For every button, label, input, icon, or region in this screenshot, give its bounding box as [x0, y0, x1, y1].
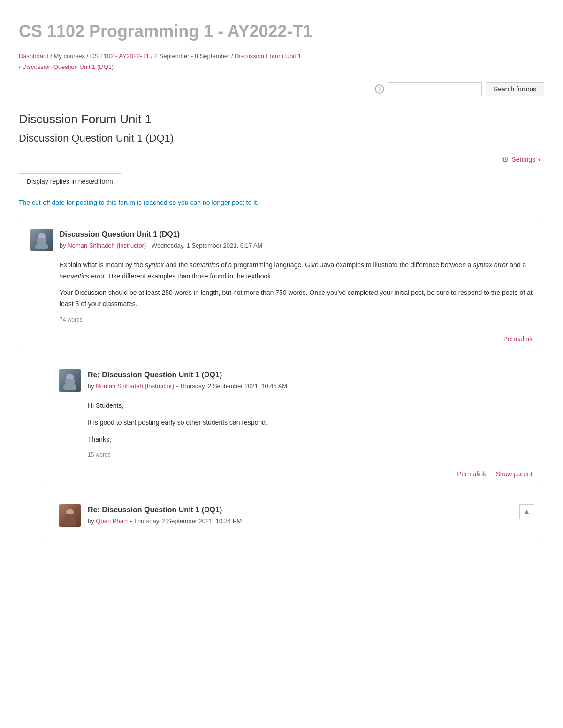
search-input[interactable] [388, 82, 482, 96]
breadcrumb-course[interactable]: CS 1102 - AY2022-T1 [90, 53, 149, 60]
content-para-1: Hi Students, [88, 400, 533, 412]
post-actions: Permalink [30, 330, 533, 344]
permalink-link[interactable]: Permalink [503, 334, 533, 344]
settings-label: Settings [511, 156, 535, 163]
post-byline: by Quan Pham - Thursday, 2 September 202… [88, 517, 533, 526]
search-bar-row: ? Search forums [19, 82, 544, 96]
breadcrumb-separator: / My courses / [50, 53, 90, 60]
search-help-icon[interactable]: ? [375, 84, 384, 94]
post-header: Discussion Question Unit 1 (DQ1) by Noma… [30, 229, 533, 251]
post-meta: Discussion Question Unit 1 (DQ1) by Noma… [60, 229, 533, 250]
svg-rect-2 [37, 238, 46, 244]
author-link[interactable]: Noman Shihadeh (Instructor) [96, 383, 174, 390]
post-header: Re: Discussion Question Unit 1 (DQ1) by … [59, 369, 533, 392]
avatar [30, 229, 53, 251]
display-replies-button[interactable]: Display replies in nested form [19, 173, 121, 189]
post-content: Hi Students, It is good to start posting… [59, 400, 533, 445]
settings-button[interactable]: ⚙ Settings ▾ [498, 153, 544, 166]
breadcrumb: Dashboard / My courses / CS 1102 - AY202… [19, 51, 544, 73]
post-byline: by Noman Shihadeh (Instructor) - Wednesd… [60, 241, 533, 250]
scroll-top-button[interactable]: ▲ [519, 504, 534, 519]
svg-rect-8 [65, 514, 75, 519]
avatar [59, 504, 81, 527]
author-link[interactable]: Noman Shihadeh (Instructor) [68, 242, 146, 249]
avatar-image [59, 504, 81, 527]
cutoff-notice: The cut-off date for posting to this for… [19, 198, 544, 208]
avatar [59, 369, 81, 392]
forum-title: Discussion Forum Unit 1 [19, 110, 544, 128]
breadcrumb-separator2: / 2 September - 8 September / [151, 53, 235, 60]
post-date: - Wednesday, 1 September 2021, 6:17 AM [148, 242, 263, 249]
post-meta: Re: Discussion Question Unit 1 (DQ1) by … [88, 369, 533, 391]
svg-rect-5 [65, 379, 75, 384]
reply-post-2: ▲ Re: Discussion Question Unit 1 (DQ1) b… [47, 495, 544, 543]
gear-icon: ⚙ [502, 155, 509, 164]
reply1-permalink-link[interactable]: Permalink [457, 469, 486, 479]
show-parent-link[interactable]: Show parent [495, 469, 533, 479]
content-para-2: It is good to start posting early so oth… [88, 417, 533, 428]
breadcrumb-forum[interactable]: Discussion Forum Unit 1 [235, 53, 301, 60]
post-date: - Thursday, 2 September 2021, 10:34 PM [130, 518, 242, 525]
post-byline: by Noman Shihadeh (Instructor) - Thursda… [88, 382, 533, 391]
breadcrumb-dashboard[interactable]: Dashboard [19, 53, 49, 60]
post-content: Explain what is meant by the syntax and … [30, 260, 533, 310]
avatar-image [59, 369, 81, 392]
chevron-down-icon: ▾ [538, 157, 540, 162]
post-subject: Discussion Question Unit 1 (DQ1) [60, 229, 533, 240]
post-header: Re: Discussion Question Unit 1 (DQ1) by … [59, 504, 533, 527]
author-label: by [60, 242, 66, 249]
breadcrumb-discussion[interactable]: Discussion Question Unit 1 (DQ1) [22, 63, 114, 70]
content-para-1: Explain what is meant by the syntax and … [60, 260, 533, 282]
post-date: - Thursday, 2 September 2021, 10:45 AM [176, 383, 287, 390]
post-meta: Re: Discussion Question Unit 1 (DQ1) by … [88, 504, 533, 526]
author-label: by [88, 518, 94, 525]
search-forums-button[interactable]: Search forums [486, 82, 544, 96]
post-actions: Permalink Show parent [59, 465, 533, 479]
author-link[interactable]: Quan Pham [96, 518, 128, 525]
post-subject: Re: Discussion Question Unit 1 (DQ1) [88, 369, 533, 381]
reply-post-1: Re: Discussion Question Unit 1 (DQ1) by … [47, 360, 544, 487]
discussion-title: Discussion Question Unit 1 (DQ1) [19, 130, 544, 146]
post-subject: Re: Discussion Question Unit 1 (DQ1) [88, 504, 533, 516]
content-para-2: Your Discussion should be at least 250 w… [60, 287, 533, 310]
main-post: Discussion Question Unit 1 (DQ1) by Noma… [19, 219, 544, 352]
settings-row: ⚙ Settings ▾ [19, 153, 544, 166]
author-label: by [88, 383, 94, 390]
scroll-up-icon: ▲ [523, 508, 531, 516]
word-count: 74 words [30, 315, 533, 324]
page-title: CS 1102 Programming 1 - AY2022-T1 [19, 19, 544, 44]
content-para-3: Thanks, [88, 434, 533, 445]
avatar-image [30, 229, 53, 251]
word-count: 15 words [59, 450, 533, 459]
